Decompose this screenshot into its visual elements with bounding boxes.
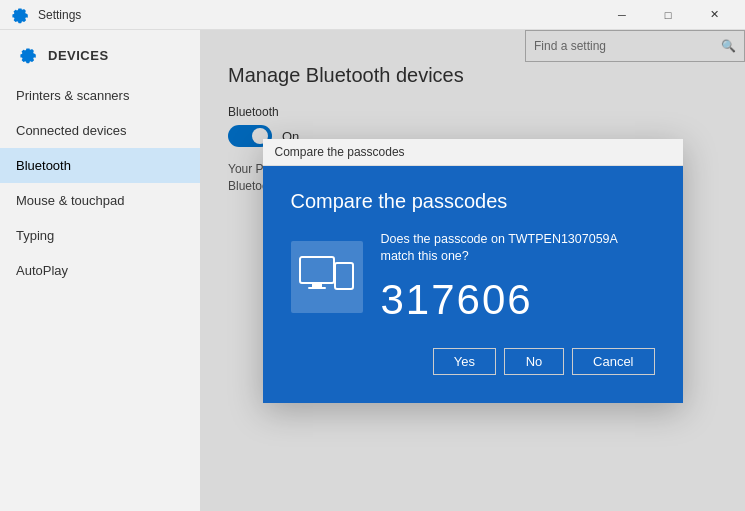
sidebar: DEVICES Printers & scanners Connected de… (0, 30, 200, 511)
sidebar-heading: DEVICES (48, 48, 109, 63)
titlebar: Settings ─ □ ✕ (0, 0, 745, 30)
main-content: 🔍 Manage Bluetooth devices Bluetooth On … (200, 30, 745, 511)
sidebar-item-bluetooth[interactable]: Bluetooth (0, 148, 200, 183)
svg-rect-3 (335, 263, 353, 289)
yes-button[interactable]: Yes (433, 348, 496, 375)
maximize-button[interactable]: □ (645, 0, 691, 30)
device-icon-box (291, 241, 363, 313)
titlebar-title: Settings (38, 8, 81, 22)
sidebar-item-mouse[interactable]: Mouse & touchpad (0, 183, 200, 218)
sidebar-item-autoplay[interactable]: AutoPlay (0, 253, 200, 288)
svg-rect-0 (300, 257, 334, 283)
svg-rect-4 (341, 288, 347, 290)
sidebar-item-printers[interactable]: Printers & scanners (0, 78, 200, 113)
sidebar-header: DEVICES (0, 30, 200, 78)
sidebar-item-typing[interactable]: Typing (0, 218, 200, 253)
minimize-button[interactable]: ─ (599, 0, 645, 30)
dialog-body: Compare the passcodes (263, 166, 683, 403)
compare-passcodes-dialog: Compare the passcodes Compare the passco… (263, 139, 683, 403)
dialog-heading: Compare the passcodes (291, 190, 655, 213)
passcode-question: Does the passcode on TWTPEN1307059A matc… (381, 231, 655, 266)
dialog-content-row: Does the passcode on TWTPEN1307059A matc… (291, 231, 655, 324)
titlebar-controls: ─ □ ✕ (599, 0, 737, 30)
app-container: DEVICES Printers & scanners Connected de… (0, 30, 745, 511)
settings-icon (8, 4, 30, 26)
passcode-number: 317606 (381, 276, 655, 324)
dialog-titlebar: Compare the passcodes (263, 139, 683, 166)
sidebar-item-connected[interactable]: Connected devices (0, 113, 200, 148)
sidebar-nav: Printers & scanners Connected devices Bl… (0, 78, 200, 288)
svg-rect-2 (308, 287, 326, 289)
devices-icon (16, 44, 38, 66)
no-button[interactable]: No (504, 348, 564, 375)
dialog-titlebar-text: Compare the passcodes (275, 145, 405, 159)
titlebar-left: Settings (8, 4, 81, 26)
dialog-right: Does the passcode on TWTPEN1307059A matc… (381, 231, 655, 324)
close-button[interactable]: ✕ (691, 0, 737, 30)
cancel-button[interactable]: Cancel (572, 348, 654, 375)
dialog-buttons: Yes No Cancel (291, 348, 655, 375)
svg-rect-1 (312, 283, 322, 287)
dialog-overlay: Compare the passcodes Compare the passco… (200, 30, 745, 511)
device-pair-icon (299, 255, 355, 299)
